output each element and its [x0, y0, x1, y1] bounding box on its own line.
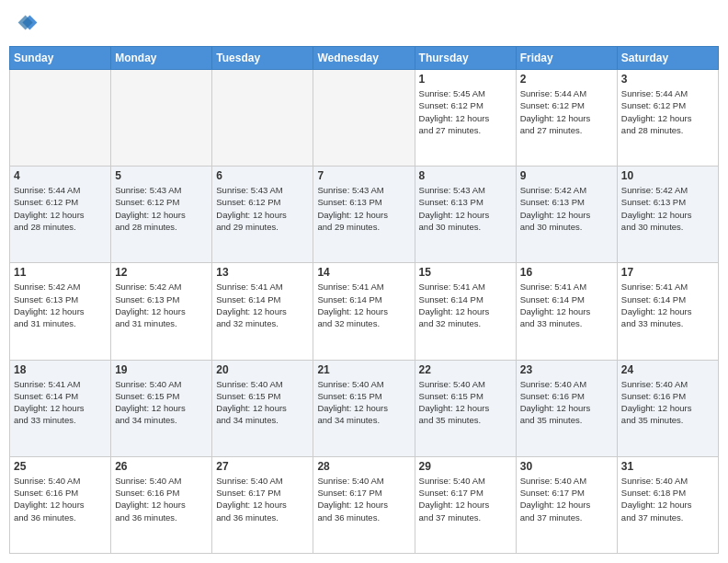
- calendar-cell: [212, 70, 313, 167]
- calendar-cell: 26Sunrise: 5:40 AM Sunset: 6:16 PM Dayli…: [111, 456, 212, 553]
- day-info: Sunrise: 5:43 AM Sunset: 6:13 PM Dayligh…: [419, 184, 512, 233]
- calendar-cell: 28Sunrise: 5:40 AM Sunset: 6:17 PM Dayli…: [313, 456, 415, 553]
- calendar-cell: 24Sunrise: 5:40 AM Sunset: 6:16 PM Dayli…: [617, 360, 718, 456]
- calendar-cell: 11Sunrise: 5:42 AM Sunset: 6:13 PM Dayli…: [10, 263, 111, 360]
- calendar-cell: 5Sunrise: 5:43 AM Sunset: 6:12 PM Daylig…: [111, 167, 212, 263]
- day-number: 1: [419, 73, 512, 86]
- weekday-header-tuesday: Tuesday: [212, 47, 313, 70]
- calendar-cell: [10, 70, 111, 167]
- day-info: Sunrise: 5:41 AM Sunset: 6:14 PM Dayligh…: [216, 281, 309, 329]
- day-number: 18: [14, 363, 107, 376]
- day-number: 20: [216, 363, 309, 376]
- week-row-3: 11Sunrise: 5:42 AM Sunset: 6:13 PM Dayli…: [10, 263, 719, 360]
- page: SundayMondayTuesdayWednesdayThursdayFrid…: [0, 0, 728, 563]
- day-info: Sunrise: 5:43 AM Sunset: 6:13 PM Dayligh…: [317, 184, 410, 233]
- day-number: 17: [621, 266, 714, 279]
- day-info: Sunrise: 5:40 AM Sunset: 6:15 PM Dayligh…: [115, 378, 208, 427]
- day-info: Sunrise: 5:41 AM Sunset: 6:14 PM Dayligh…: [317, 281, 410, 329]
- week-row-4: 18Sunrise: 5:41 AM Sunset: 6:14 PM Dayli…: [10, 360, 719, 456]
- day-info: Sunrise: 5:40 AM Sunset: 6:16 PM Dayligh…: [621, 378, 714, 427]
- day-number: 23: [520, 363, 613, 376]
- day-number: 27: [216, 460, 309, 473]
- day-number: 28: [317, 460, 410, 473]
- day-number: 4: [14, 169, 107, 182]
- day-info: Sunrise: 5:41 AM Sunset: 6:14 PM Dayligh…: [520, 281, 613, 329]
- day-info: Sunrise: 5:44 AM Sunset: 6:12 PM Dayligh…: [621, 87, 714, 136]
- calendar-cell: 13Sunrise: 5:41 AM Sunset: 6:14 PM Dayli…: [212, 263, 313, 360]
- day-number: 14: [317, 266, 410, 279]
- calendar-cell: 8Sunrise: 5:43 AM Sunset: 6:13 PM Daylig…: [415, 167, 516, 263]
- day-number: 22: [419, 363, 512, 376]
- calendar-cell: 20Sunrise: 5:40 AM Sunset: 6:15 PM Dayli…: [212, 360, 313, 456]
- day-info: Sunrise: 5:42 AM Sunset: 6:13 PM Dayligh…: [14, 281, 107, 329]
- day-number: 12: [115, 266, 208, 279]
- calendar-cell: 21Sunrise: 5:40 AM Sunset: 6:15 PM Dayli…: [313, 360, 415, 456]
- day-info: Sunrise: 5:41 AM Sunset: 6:14 PM Dayligh…: [14, 378, 107, 427]
- week-row-5: 25Sunrise: 5:40 AM Sunset: 6:16 PM Dayli…: [10, 456, 719, 553]
- calendar-cell: 10Sunrise: 5:42 AM Sunset: 6:13 PM Dayli…: [617, 167, 718, 263]
- calendar-cell: 30Sunrise: 5:40 AM Sunset: 6:17 PM Dayli…: [516, 456, 617, 553]
- day-number: 8: [419, 169, 512, 182]
- day-info: Sunrise: 5:40 AM Sunset: 6:18 PM Dayligh…: [621, 475, 714, 523]
- day-number: 15: [419, 266, 512, 279]
- calendar-cell: 22Sunrise: 5:40 AM Sunset: 6:15 PM Dayli…: [415, 360, 516, 456]
- logo-icon: [9, 9, 39, 39]
- weekday-header-monday: Monday: [111, 47, 212, 70]
- calendar-cell: 7Sunrise: 5:43 AM Sunset: 6:13 PM Daylig…: [313, 167, 415, 263]
- day-info: Sunrise: 5:40 AM Sunset: 6:17 PM Dayligh…: [317, 475, 410, 523]
- calendar-cell: 17Sunrise: 5:41 AM Sunset: 6:14 PM Dayli…: [617, 263, 718, 360]
- day-info: Sunrise: 5:40 AM Sunset: 6:16 PM Dayligh…: [520, 378, 613, 427]
- calendar-cell: 25Sunrise: 5:40 AM Sunset: 6:16 PM Dayli…: [10, 456, 111, 553]
- calendar-cell: 19Sunrise: 5:40 AM Sunset: 6:15 PM Dayli…: [111, 360, 212, 456]
- day-number: 13: [216, 266, 309, 279]
- calendar-cell: 12Sunrise: 5:42 AM Sunset: 6:13 PM Dayli…: [111, 263, 212, 360]
- weekday-header-saturday: Saturday: [617, 47, 718, 70]
- day-info: Sunrise: 5:43 AM Sunset: 6:12 PM Dayligh…: [115, 184, 208, 233]
- day-number: 9: [520, 169, 613, 182]
- week-row-1: 1Sunrise: 5:45 AM Sunset: 6:12 PM Daylig…: [10, 70, 719, 167]
- calendar-cell: 23Sunrise: 5:40 AM Sunset: 6:16 PM Dayli…: [516, 360, 617, 456]
- day-info: Sunrise: 5:41 AM Sunset: 6:14 PM Dayligh…: [621, 281, 714, 329]
- day-info: Sunrise: 5:42 AM Sunset: 6:13 PM Dayligh…: [520, 184, 613, 233]
- weekday-header-wednesday: Wednesday: [313, 47, 415, 70]
- calendar-cell: [111, 70, 212, 167]
- calendar-cell: 2Sunrise: 5:44 AM Sunset: 6:12 PM Daylig…: [516, 70, 617, 167]
- calendar-cell: 27Sunrise: 5:40 AM Sunset: 6:17 PM Dayli…: [212, 456, 313, 553]
- calendar-cell: 3Sunrise: 5:44 AM Sunset: 6:12 PM Daylig…: [617, 70, 718, 167]
- logo: [9, 9, 42, 39]
- day-info: Sunrise: 5:40 AM Sunset: 6:15 PM Dayligh…: [317, 378, 410, 427]
- calendar-cell: 18Sunrise: 5:41 AM Sunset: 6:14 PM Dayli…: [10, 360, 111, 456]
- calendar-cell: 4Sunrise: 5:44 AM Sunset: 6:12 PM Daylig…: [10, 167, 111, 263]
- day-info: Sunrise: 5:40 AM Sunset: 6:16 PM Dayligh…: [115, 475, 208, 523]
- day-number: 30: [520, 460, 613, 473]
- weekday-header-thursday: Thursday: [415, 47, 516, 70]
- day-number: 24: [621, 363, 714, 376]
- day-info: Sunrise: 5:40 AM Sunset: 6:15 PM Dayligh…: [216, 378, 309, 427]
- day-number: 2: [520, 73, 613, 86]
- day-info: Sunrise: 5:40 AM Sunset: 6:16 PM Dayligh…: [14, 475, 107, 523]
- calendar-cell: 14Sunrise: 5:41 AM Sunset: 6:14 PM Dayli…: [313, 263, 415, 360]
- calendar-cell: 15Sunrise: 5:41 AM Sunset: 6:14 PM Dayli…: [415, 263, 516, 360]
- day-info: Sunrise: 5:45 AM Sunset: 6:12 PM Dayligh…: [419, 87, 512, 136]
- day-info: Sunrise: 5:40 AM Sunset: 6:17 PM Dayligh…: [520, 475, 613, 523]
- day-number: 5: [115, 169, 208, 182]
- week-row-2: 4Sunrise: 5:44 AM Sunset: 6:12 PM Daylig…: [10, 167, 719, 263]
- day-info: Sunrise: 5:42 AM Sunset: 6:13 PM Dayligh…: [621, 184, 714, 233]
- calendar-cell: 16Sunrise: 5:41 AM Sunset: 6:14 PM Dayli…: [516, 263, 617, 360]
- calendar-cell: [313, 70, 415, 167]
- weekday-header-sunday: Sunday: [10, 47, 111, 70]
- weekday-header-row: SundayMondayTuesdayWednesdayThursdayFrid…: [10, 47, 719, 70]
- calendar-table: SundayMondayTuesdayWednesdayThursdayFrid…: [9, 46, 719, 554]
- calendar-cell: 1Sunrise: 5:45 AM Sunset: 6:12 PM Daylig…: [415, 70, 516, 167]
- day-info: Sunrise: 5:43 AM Sunset: 6:12 PM Dayligh…: [216, 184, 309, 233]
- day-number: 21: [317, 363, 410, 376]
- header: [9, 9, 719, 39]
- day-info: Sunrise: 5:44 AM Sunset: 6:12 PM Dayligh…: [520, 87, 613, 136]
- day-number: 25: [14, 460, 107, 473]
- day-number: 6: [216, 169, 309, 182]
- day-info: Sunrise: 5:40 AM Sunset: 6:17 PM Dayligh…: [419, 475, 512, 523]
- calendar-cell: 9Sunrise: 5:42 AM Sunset: 6:13 PM Daylig…: [516, 167, 617, 263]
- day-info: Sunrise: 5:44 AM Sunset: 6:12 PM Dayligh…: [14, 184, 107, 233]
- day-info: Sunrise: 5:41 AM Sunset: 6:14 PM Dayligh…: [419, 281, 512, 329]
- day-number: 31: [621, 460, 714, 473]
